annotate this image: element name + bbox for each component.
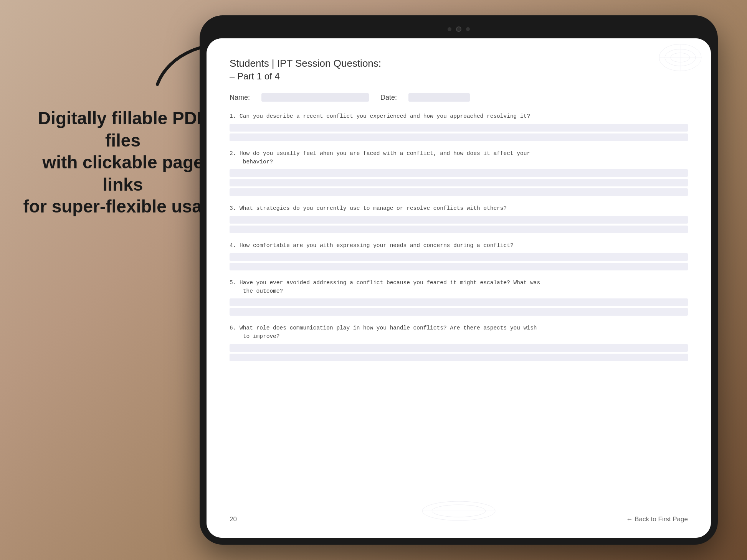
answer-line bbox=[230, 253, 688, 261]
pdf-page: Students | IPT Session Questions: – Part… bbox=[207, 38, 711, 538]
question-2-answer[interactable] bbox=[230, 169, 688, 196]
pdf-fields-row: Name: Date: bbox=[230, 93, 688, 102]
question-2-text: 2. How do you usually feel when you are … bbox=[230, 150, 688, 166]
question-1-answer[interactable] bbox=[230, 124, 688, 141]
question-1: 1. Can you describe a recent conflict yo… bbox=[230, 112, 688, 141]
watermark-top bbox=[657, 42, 703, 73]
answer-line bbox=[230, 216, 688, 224]
answer-line bbox=[230, 354, 688, 361]
answer-line bbox=[230, 298, 688, 306]
answer-line bbox=[230, 344, 688, 352]
question-6: 6. What role does communication play in … bbox=[230, 324, 688, 361]
back-to-first-page-link[interactable]: ← Back to First Page bbox=[626, 516, 688, 523]
question-5-answer[interactable] bbox=[230, 298, 688, 316]
watermark-bottom bbox=[420, 499, 497, 522]
camera-dot-left bbox=[448, 27, 451, 31]
question-3-answer[interactable] bbox=[230, 216, 688, 233]
name-label: Name: bbox=[230, 94, 250, 102]
question-2: 2. How do you usually feel when you are … bbox=[230, 150, 688, 196]
pdf-subtitle: – Part 1 of 4 bbox=[230, 71, 688, 82]
tablet-device: Students | IPT Session Questions: – Part… bbox=[200, 15, 718, 545]
question-4-answer[interactable] bbox=[230, 253, 688, 270]
tablet-screen: Students | IPT Session Questions: – Part… bbox=[207, 38, 711, 538]
answer-line bbox=[230, 308, 688, 316]
question-5: 5. Have you ever avoided addressing a co… bbox=[230, 279, 688, 316]
date-input[interactable] bbox=[408, 93, 470, 102]
answer-line bbox=[230, 133, 688, 141]
page-number: 20 bbox=[230, 516, 237, 523]
question-6-answer[interactable] bbox=[230, 344, 688, 361]
answer-line bbox=[230, 124, 688, 132]
question-3: 3. What strategies do you currently use … bbox=[230, 204, 688, 233]
name-input[interactable] bbox=[261, 93, 369, 102]
date-label: Date: bbox=[380, 94, 397, 102]
answer-line bbox=[230, 169, 688, 177]
question-4: 4. How comfortable are you with expressi… bbox=[230, 242, 688, 270]
answer-line bbox=[230, 226, 688, 233]
answer-line bbox=[230, 263, 688, 270]
question-4-text: 4. How comfortable are you with expressi… bbox=[230, 242, 688, 250]
answer-line bbox=[230, 179, 688, 186]
pdf-title: Students | IPT Session Questions: bbox=[230, 58, 688, 69]
question-3-text: 3. What strategies do you currently use … bbox=[230, 204, 688, 213]
answer-line bbox=[230, 188, 688, 196]
question-1-text: 1. Can you describe a recent conflict yo… bbox=[230, 112, 688, 121]
question-6-text: 6. What role does communication play in … bbox=[230, 324, 688, 341]
question-5-text: 5. Have you ever avoided addressing a co… bbox=[230, 279, 688, 296]
camera-lens bbox=[456, 26, 461, 32]
camera-dot-right bbox=[466, 27, 470, 31]
tablet-camera-bar bbox=[207, 22, 711, 36]
promo-text: Digitally fillable PDF files with clicka… bbox=[23, 107, 223, 218]
